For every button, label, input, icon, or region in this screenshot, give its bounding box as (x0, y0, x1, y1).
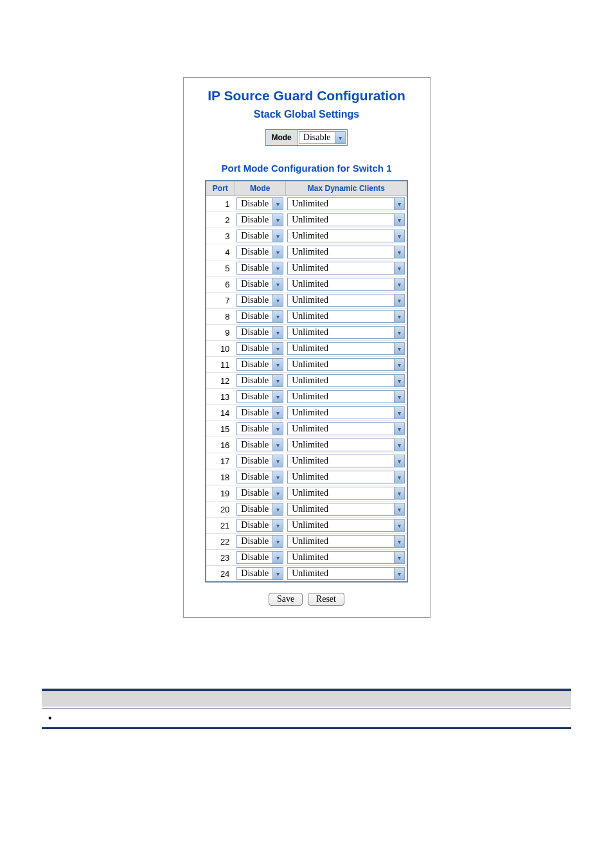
chevron-down-icon: ▾ (394, 455, 404, 467)
chevron-down-icon: ▾ (272, 327, 283, 338)
global-mode-select[interactable]: Disable ▾ (299, 131, 346, 144)
port-cell: 23 (206, 550, 235, 566)
port-mode-value: Disable (237, 230, 272, 242)
max-clients-select[interactable]: Unlimited▾ (287, 439, 405, 451)
chevron-down-icon: ▾ (272, 568, 283, 579)
port-mode-select[interactable]: Disable▾ (236, 503, 283, 516)
port-mode-select[interactable]: Disable▾ (236, 390, 283, 403)
max-clients-select[interactable]: Unlimited▾ (287, 471, 405, 484)
port-mode-select[interactable]: Disable▾ (236, 326, 283, 339)
port-mode-select[interactable]: Disable▾ (236, 246, 283, 258)
table-row: 18Disable▾Unlimited▾ (206, 469, 407, 485)
col-mode: Mode (235, 181, 285, 196)
port-mode-select[interactable]: Disable▾ (236, 487, 283, 500)
port-cell: 21 (206, 518, 235, 534)
reset-button[interactable]: Reset (308, 593, 344, 606)
port-cell: 12 (206, 373, 235, 389)
port-cell: 2 (206, 212, 235, 228)
chevron-down-icon: ▾ (394, 214, 404, 226)
port-mode-select[interactable]: Disable▾ (236, 455, 283, 467)
port-mode-select[interactable]: Disable▾ (236, 342, 283, 355)
table-row: 20Disable▾Unlimited▾ (206, 502, 407, 518)
table-row: 21Disable▾Unlimited▾ (206, 518, 407, 534)
table-row: 3Disable▾Unlimited▾ (206, 228, 407, 244)
port-mode-value: Disable (237, 520, 272, 531)
port-cell: 4 (206, 244, 235, 260)
max-clients-select[interactable]: Unlimited▾ (287, 230, 405, 242)
port-mode-select[interactable]: Disable▾ (236, 535, 283, 548)
chevron-down-icon: ▾ (272, 552, 283, 563)
max-clients-value: Unlimited (288, 214, 394, 226)
desc-description-cell (151, 709, 571, 728)
max-clients-select[interactable]: Unlimited▾ (287, 294, 405, 307)
max-clients-select[interactable]: Unlimited▾ (287, 197, 405, 210)
port-mode-select[interactable]: Disable▾ (236, 262, 283, 275)
table-row: 19Disable▾Unlimited▾ (206, 485, 407, 502)
port-mode-value: Disable (237, 487, 272, 499)
port-mode-value: Disable (237, 327, 272, 338)
chevron-down-icon: ▾ (394, 198, 404, 210)
max-clients-select[interactable]: Unlimited▾ (287, 551, 405, 564)
max-clients-select[interactable]: Unlimited▾ (287, 503, 405, 516)
port-cell: 16 (206, 437, 235, 453)
port-mode-value: Disable (237, 278, 272, 290)
chevron-down-icon: ▾ (394, 503, 404, 515)
port-mode-select[interactable]: Disable▾ (236, 551, 283, 564)
chevron-down-icon: ▾ (394, 278, 404, 290)
port-cell: 13 (206, 389, 235, 405)
port-mode-select[interactable]: Disable▾ (236, 197, 283, 210)
port-mode-select[interactable]: Disable▾ (236, 519, 283, 532)
chevron-down-icon: ▾ (272, 375, 283, 386)
port-mode-value: Disable (237, 439, 272, 451)
port-mode-select[interactable]: Disable▾ (236, 439, 283, 451)
port-mode-select[interactable]: Disable▾ (236, 310, 283, 323)
max-clients-select[interactable]: Unlimited▾ (287, 406, 405, 419)
port-mode-select[interactable]: Disable▾ (236, 471, 283, 484)
chevron-down-icon: ▾ (394, 294, 404, 306)
port-mode-select[interactable]: Disable▾ (236, 406, 283, 419)
port-mode-select[interactable]: Disable▾ (236, 230, 283, 242)
chevron-down-icon: ▾ (394, 552, 404, 563)
chevron-down-icon: ▾ (394, 375, 404, 386)
max-clients-select[interactable]: Unlimited▾ (287, 213, 405, 226)
max-clients-select[interactable]: Unlimited▾ (287, 326, 405, 339)
max-clients-value: Unlimited (288, 359, 394, 370)
port-mode-value: Disable (237, 471, 272, 483)
max-clients-select[interactable]: Unlimited▾ (287, 535, 405, 548)
max-clients-select[interactable]: Unlimited▾ (287, 262, 405, 275)
port-cell: 6 (206, 276, 235, 293)
chevron-down-icon: ▾ (272, 423, 283, 435)
port-mode-select[interactable]: Disable▾ (236, 567, 283, 580)
max-clients-select[interactable]: Unlimited▾ (287, 422, 405, 435)
port-mode-select[interactable]: Disable▾ (236, 422, 283, 435)
table-row: 10Disable▾Unlimited▾ (206, 341, 407, 357)
max-clients-select[interactable]: Unlimited▾ (287, 358, 405, 371)
max-clients-select[interactable]: Unlimited▾ (287, 390, 405, 403)
max-clients-select[interactable]: Unlimited▾ (287, 342, 405, 355)
port-mode-select[interactable]: Disable▾ (236, 213, 283, 226)
port-mode-select[interactable]: Disable▾ (236, 358, 283, 371)
chevron-down-icon: ▾ (394, 391, 404, 402)
chevron-down-icon: ▾ (272, 359, 283, 370)
port-cell: 8 (206, 309, 235, 325)
max-clients-select[interactable]: Unlimited▾ (287, 278, 405, 291)
port-cell: 15 (206, 421, 235, 437)
port-mode-select[interactable]: Disable▾ (236, 294, 283, 307)
max-clients-select[interactable]: Unlimited▾ (287, 487, 405, 500)
max-clients-select[interactable]: Unlimited▾ (287, 519, 405, 532)
port-mode-select[interactable]: Disable▾ (236, 374, 283, 387)
max-clients-select[interactable]: Unlimited▾ (287, 246, 405, 258)
max-clients-select[interactable]: Unlimited▾ (287, 567, 405, 580)
max-clients-select[interactable]: Unlimited▾ (287, 310, 405, 323)
chevron-down-icon: ▾ (394, 439, 404, 451)
port-mode-value: Disable (237, 455, 272, 467)
max-clients-value: Unlimited (288, 552, 394, 563)
save-button[interactable]: Save (269, 593, 303, 606)
max-clients-value: Unlimited (288, 568, 394, 579)
port-cell: 24 (206, 566, 235, 583)
port-mode-value: Disable (237, 407, 272, 419)
max-clients-select[interactable]: Unlimited▾ (287, 455, 405, 467)
port-mode-select[interactable]: Disable▾ (236, 278, 283, 291)
port-cell: 14 (206, 405, 235, 421)
max-clients-select[interactable]: Unlimited▾ (287, 374, 405, 387)
